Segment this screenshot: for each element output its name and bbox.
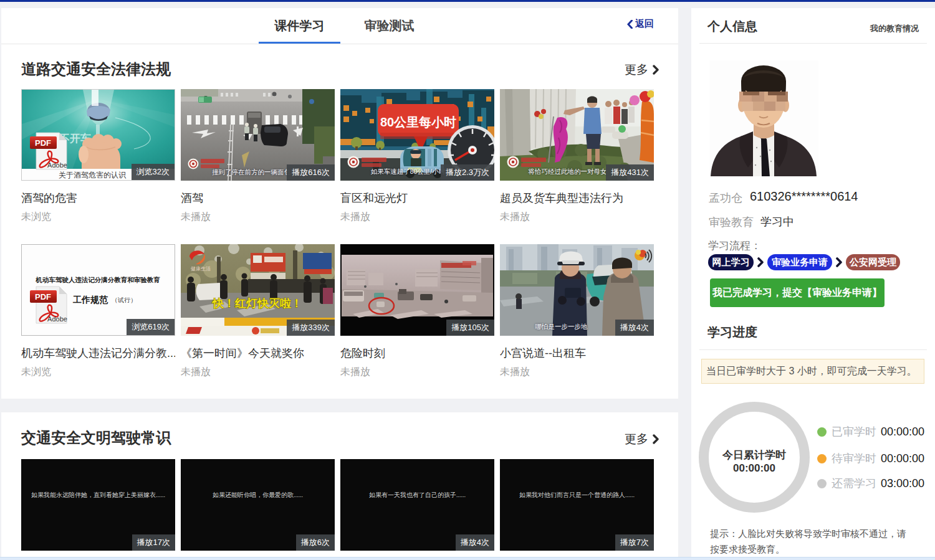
svg-text:80公里每小时: 80公里每小时 xyxy=(380,115,456,129)
svg-text:（试行）: （试行） xyxy=(112,297,137,303)
svg-text:快！红灯快灭啦！: 快！红灯快灭啦！ xyxy=(212,297,302,310)
svg-text:工作规范: 工作规范 xyxy=(72,295,108,305)
svg-text:PDF: PDF xyxy=(35,138,51,148)
svg-text:今日累计学时: 今日累计学时 xyxy=(722,449,786,461)
svg-text:健康生活: 健康生活 xyxy=(191,266,211,272)
svg-text:Adobe: Adobe xyxy=(47,161,67,169)
svg-text:00:00:00: 00:00:00 xyxy=(733,462,775,474)
svg-text:机动车驾驶人违法记分满分教育和审验教育: 机动车驾驶人违法记分满分教育和审验教育 xyxy=(35,276,160,283)
svg-text:PDF: PDF xyxy=(35,292,51,301)
svg-text:关于酒驾危害的认识: 关于酒驾危害的认识 xyxy=(59,171,127,179)
svg-text:Adobe: Adobe xyxy=(47,315,67,323)
